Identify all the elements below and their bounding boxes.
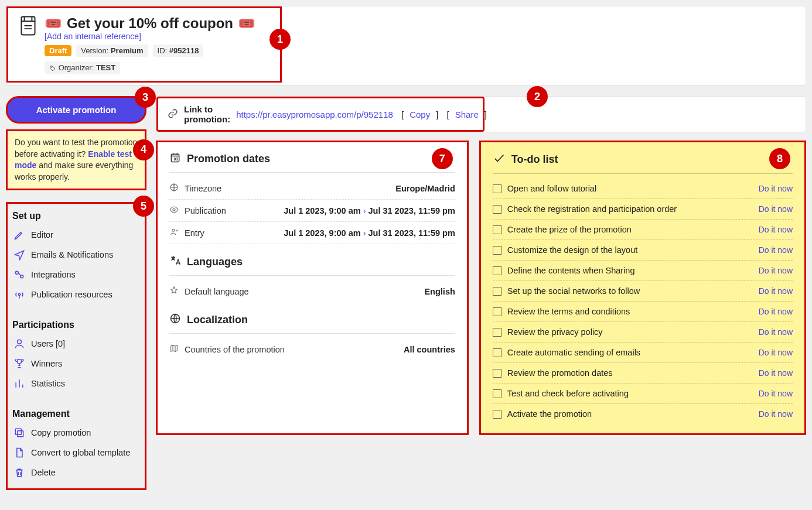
publication-end: Jul 31 2023, 11:59 pm [368,206,455,215]
nav-statistics[interactable]: Statistics [10,374,142,393]
nav-delete[interactable]: Delete [10,463,142,482]
todo-text: Activate the promotion [507,409,753,419]
do-it-now-link[interactable]: Do it now [759,307,793,316]
dates-title: Promotion dates [187,153,270,165]
checkbox[interactable] [493,369,501,378]
entry-start: Jul 1 2023, 9:00 am [284,228,360,238]
checkbox[interactable] [493,348,501,357]
nav-section-management: Management [10,405,142,423]
checkbox[interactable] [493,287,501,296]
todo-text: Review the privacy policy [507,327,753,337]
svg-point-11 [172,229,175,231]
do-it-now-link[interactable]: Do it now [759,225,793,234]
id-chip: ID: #952118 [153,45,204,57]
nav-users[interactable]: Users [0] [10,334,142,354]
activate-promotion-button[interactable]: Activate promotion [6,96,146,124]
eye-icon [169,205,179,216]
globe-icon [169,183,179,194]
nav-copy-promotion[interactable]: Copy promotion [10,423,142,443]
checkbox[interactable] [493,184,501,193]
todo-text: Customize the design of the layout [507,245,753,255]
nav-emails[interactable]: Emails & Notifications [10,245,142,265]
checkbox[interactable] [493,410,501,419]
share-link[interactable]: Share [455,109,479,119]
translate-icon [169,255,181,269]
checkbox[interactable] [493,328,501,337]
do-it-now-link[interactable]: Do it now [759,409,793,419]
checkbox[interactable] [493,307,501,316]
todo-card: 8 To-do list Open and follow tutorialDo … [479,141,806,435]
do-it-now-link[interactable]: Do it now [759,389,793,398]
promotion-url-link[interactable]: https://pr.easypromosapp.com/p/952118 [236,109,393,119]
checkbox[interactable] [493,246,501,255]
default-lang-label: Default language [185,287,249,296]
todo-text: Create the prize of the promotion [507,225,753,234]
draft-badge: Draft [45,45,71,56]
do-it-now-link[interactable]: Do it now [759,348,793,357]
do-it-now-link[interactable]: Do it now [759,368,793,378]
todo-item: Check the registration and participation… [493,199,793,220]
entry-label: Entry [185,228,204,238]
chart-icon [13,378,25,389]
svg-point-10 [173,208,175,211]
todo-item: Set up the social networks to followDo i… [493,281,793,302]
todo-text: Review the promotion dates [507,368,753,378]
countries-value: All countries [404,345,455,354]
nav-editor[interactable]: Editor [10,225,142,245]
user-icon [13,338,25,350]
nav-label: Editor [31,230,53,239]
publication-start: Jul 1 2023, 9:00 am [284,206,360,215]
checkbox[interactable] [493,205,501,214]
todo-item: Activate the promotionDo it now [493,404,793,424]
todo-text: Create automatic sending of emails [507,348,753,357]
todo-text: Test and check before activating [507,389,753,398]
integrations-icon [13,269,25,280]
callout-7: 7 [432,148,453,169]
svg-rect-5 [18,431,23,437]
bracket: [ [444,109,449,119]
do-it-now-link[interactable]: Do it now [759,184,793,193]
todo-item: Review the promotion datesDo it now [493,363,793,384]
checkbox[interactable] [493,225,501,234]
nav-convert-template[interactable]: Convert to global template [10,443,142,463]
do-it-now-link[interactable]: Do it now [759,204,793,214]
nav-publication-resources[interactable]: Publication resources [10,285,142,304]
callout-4: 4 [133,139,154,160]
nav-label: Users [0] [31,339,65,348]
add-internal-reference-link[interactable]: [Add an internal reference] [45,32,141,41]
localization-title: Localization [187,314,248,326]
svg-text:03: 03 [174,157,179,161]
checkbox[interactable] [493,266,501,275]
star-icon [169,286,179,297]
chevron-right-icon: › [361,228,369,238]
promotion-title: 🎟️ Get your 10% off coupon 🎟️ [45,15,269,32]
link-label: Link to promotion: [184,104,230,124]
nav-label: Delete [31,468,56,477]
nav-label: Emails & Notifications [31,250,113,259]
todo-text: Define the contents when Sharing [507,266,753,275]
tag-icon [49,65,56,72]
check-icon [493,152,506,167]
todo-item: Review the terms and conditionsDo it now [493,302,793,322]
do-it-now-link[interactable]: Do it now [759,245,793,255]
todo-item: Customize the design of the layoutDo it … [493,240,793,261]
do-it-now-link[interactable]: Do it now [759,286,793,296]
organizer-chip: Organizer: TEST [45,61,120,74]
svg-point-4 [18,340,22,344]
pencil-icon [13,229,25,241]
nav-integrations[interactable]: Integrations [10,265,142,285]
checkbox[interactable] [493,389,501,398]
do-it-now-link[interactable]: Do it now [759,327,793,337]
broadcast-icon [13,289,25,300]
callout-2: 2 [527,86,548,107]
copy-link[interactable]: Copy [410,109,430,119]
todo-text: Set up the social networks to follow [507,286,753,296]
todo-item: Open and follow tutorialDo it now [493,179,793,199]
do-it-now-link[interactable]: Do it now [759,266,793,275]
promotion-type-icon [19,15,37,36]
title-text: Get your 10% off coupon [67,15,233,32]
nav-label: Copy promotion [31,428,91,437]
nav-winners[interactable]: Winners [10,354,142,374]
promotion-info-card: 7 03 Promotion dates Timezone Europe/Mad… [156,141,469,435]
chevron-right-icon: › [361,206,369,215]
